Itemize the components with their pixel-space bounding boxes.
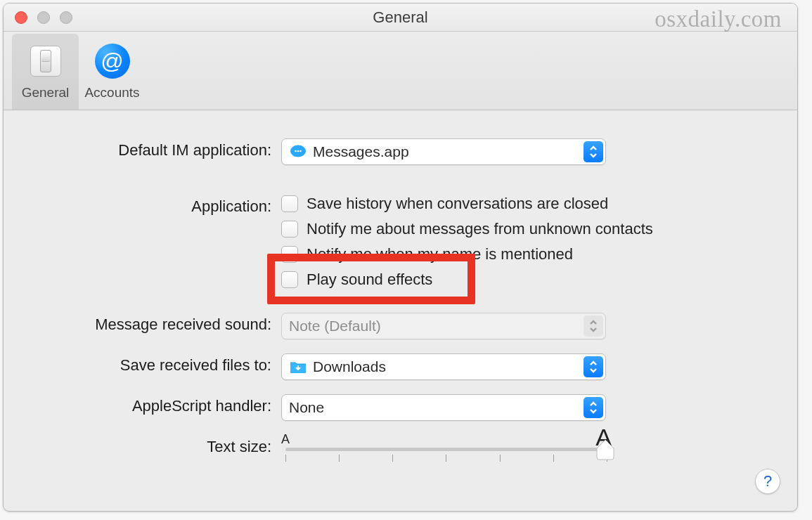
help-button[interactable]: ?	[755, 469, 780, 494]
tab-general-label: General	[22, 85, 70, 100]
stepper-icon	[584, 356, 603, 377]
label-applescript: AppleScript handler:	[32, 394, 281, 415]
close-button[interactable]	[15, 11, 27, 24]
checkbox-save-history-label: Save history when conversations are clos…	[307, 195, 608, 213]
svg-point-1	[295, 150, 297, 152]
default-im-value: Messages.app	[313, 143, 409, 160]
checkbox-notify-name[interactable]	[281, 246, 298, 263]
messages-app-icon	[289, 144, 307, 160]
save-files-value: Downloads	[313, 358, 386, 375]
titlebar: General osxdaily.com	[4, 4, 797, 32]
tab-accounts[interactable]: @ Accounts	[79, 34, 146, 110]
slider-knob[interactable]	[596, 439, 614, 460]
tab-general[interactable]: General	[12, 34, 79, 110]
label-text-size: Text size:	[32, 435, 281, 456]
toolbar: General @ Accounts	[4, 32, 797, 110]
label-default-im: Default IM application:	[32, 138, 281, 160]
minimize-button[interactable]	[37, 11, 50, 24]
save-files-popup[interactable]: Downloads	[281, 353, 606, 380]
label-application: Application:	[32, 195, 281, 216]
default-im-popup[interactable]: Messages.app	[281, 138, 606, 165]
stepper-icon	[584, 397, 603, 418]
applescript-value: None	[289, 399, 324, 416]
tab-accounts-label: Accounts	[84, 85, 139, 100]
checkbox-save-history[interactable]	[281, 195, 298, 212]
text-size-slider[interactable]: A A	[281, 435, 612, 470]
checkbox-notify-unknown[interactable]	[281, 221, 298, 238]
zoom-button[interactable]	[60, 11, 72, 24]
stepper-icon	[584, 316, 603, 337]
accounts-icon: @	[94, 43, 131, 79]
slider-track	[285, 448, 607, 451]
slider-ticks	[285, 455, 607, 463]
label-received-sound: Message received sound:	[32, 313, 281, 334]
received-sound-value: Note (Default)	[289, 318, 381, 334]
checkbox-sound-effects-label: Play sound effects	[307, 271, 432, 289]
preferences-window: General osxdaily.com General @ Accounts …	[3, 3, 798, 512]
window-controls	[15, 11, 72, 24]
help-icon: ?	[763, 472, 772, 490]
received-sound-popup[interactable]: Note (Default)	[281, 313, 606, 339]
label-save-files: Save received files to:	[32, 353, 281, 375]
text-size-small: A	[281, 432, 290, 447]
folder-icon	[289, 359, 307, 375]
content: Default IM application: Messages.app	[4, 110, 797, 470]
stepper-icon	[584, 141, 603, 162]
checkbox-sound-effects[interactable]	[281, 271, 298, 288]
checkbox-notify-name-label: Notify me when my name is mentioned	[307, 245, 573, 264]
watermark: osxdaily.com	[655, 6, 782, 32]
svg-point-3	[299, 150, 302, 152]
general-icon	[27, 43, 64, 79]
checkbox-notify-unknown-label: Notify me about messages from unknown co…	[307, 220, 653, 238]
applescript-popup[interactable]: None	[281, 394, 606, 421]
svg-point-2	[297, 150, 299, 152]
